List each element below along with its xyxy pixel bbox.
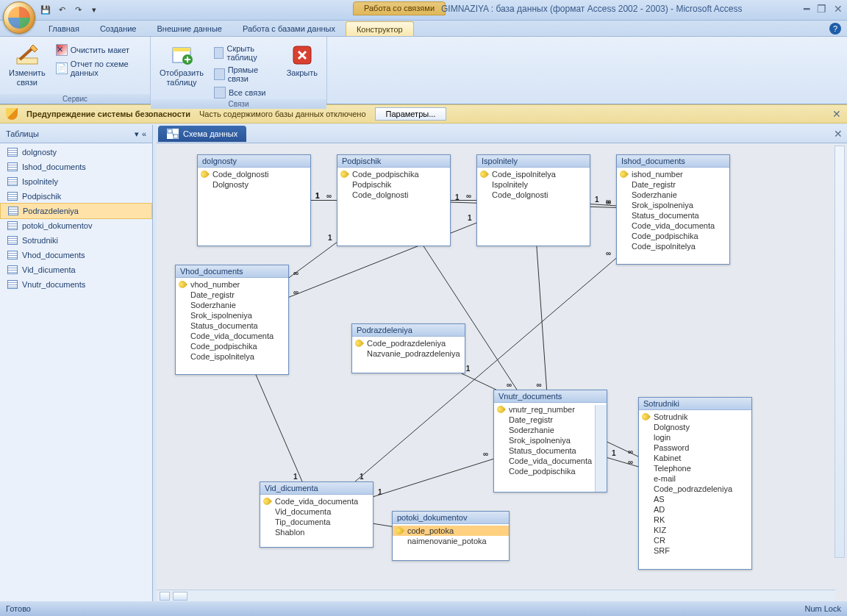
direct-relations-button[interactable]: Прямые связи <box>212 65 278 84</box>
field-Password[interactable]: Password <box>639 443 751 453</box>
hide-table-button[interactable]: Скрыть таблицу <box>212 43 278 62</box>
field-Nazvanie_podrazdeleniya[interactable]: Nazvanie_podrazdeleniya <box>352 348 465 359</box>
table-Ispolnitely[interactable]: IspolnitelyCode_ispolnitelyaIspolnitelyC… <box>476 154 590 246</box>
field-naimenovanie_potoka[interactable]: naimenovanie_potoka <box>393 536 509 546</box>
horizontal-scrollbar[interactable] <box>157 590 835 601</box>
field-Podpischik[interactable]: Podpischik <box>337 179 450 190</box>
field-Code_podpischika[interactable]: Code_podpischika <box>176 341 288 351</box>
nav-item-Vnutr_documents[interactable]: Vnutr_documents <box>0 277 152 292</box>
field-Code_vida_documenta[interactable]: Code_vida_documenta <box>176 331 288 341</box>
restore-button[interactable]: ❐ <box>817 3 826 15</box>
security-close-button[interactable]: ✕ <box>832 108 841 120</box>
tab-schema[interactable]: Схема данных <box>158 126 246 142</box>
table-header[interactable]: Podpischik <box>337 155 450 168</box>
table-Ishod_documents[interactable]: Ishod_documentsishod_numberDate_registrS… <box>616 154 730 265</box>
vertical-scrollbar[interactable] <box>835 146 845 558</box>
field-Dolgnosty[interactable]: Dolgnosty <box>639 422 751 432</box>
minimize-button[interactable]: ━ <box>804 3 810 15</box>
redo-icon[interactable]: ↷ <box>72 4 84 16</box>
nav-header[interactable]: Таблицы ▾« <box>0 125 152 143</box>
field-Date_registr[interactable]: Date_registr <box>176 290 288 300</box>
nav-item-dolgnosty[interactable]: dolgnosty <box>0 145 152 160</box>
nav-item-potoki_dokumentov[interactable]: potoki_dokumentov <box>0 218 152 233</box>
table-Sotrudniki[interactable]: SotrudnikiSotrudnikDolgnostyloginPasswor… <box>638 397 752 570</box>
field-Code_ispolnitelya[interactable]: Code_ispolnitelya <box>617 241 729 251</box>
security-options-button[interactable]: Параметры... <box>375 107 447 121</box>
table-potoki_dokumentov[interactable]: potoki_dokumentovcode_potokanaimenovanie… <box>392 511 510 561</box>
scroll-left-button[interactable] <box>160 592 170 601</box>
ribbon-tab-1[interactable]: Создание <box>90 21 147 36</box>
field-Status_documenta[interactable]: Status_documenta <box>617 210 729 221</box>
relationship-report-button[interactable]: 📄Отчет по схеме данных <box>54 59 146 78</box>
relationships-canvas[interactable]: 1∞1∞1∞1∞1∞1∞1∞1∞1∞1∞1∞1∞1∞ dolgnostyCode… <box>157 143 847 601</box>
field-Srok_ispolneniya[interactable]: Srok_ispolneniya <box>617 200 729 210</box>
field-Dolgnosty[interactable]: Dolgnosty <box>198 179 310 190</box>
field-RK[interactable]: RK <box>639 515 751 525</box>
table-Vid_dicumenta[interactable]: Vid_dicumentaCode_vida_documentaVid_docu… <box>260 481 374 548</box>
field-Tip_documenta[interactable]: Tip_documenta <box>260 517 373 527</box>
tab-close-button[interactable]: ✕ <box>834 128 843 140</box>
nav-item-Sotrudniki[interactable]: Sotrudniki <box>0 233 152 248</box>
field-vhod_number[interactable]: vhod_number <box>176 279 288 290</box>
table-header[interactable]: Ishod_documents <box>617 155 729 168</box>
field-Code_ispolnitelya[interactable]: Code_ispolnitelya <box>176 351 288 362</box>
field-Code_vida_documenta[interactable]: Code_vida_documenta <box>260 496 373 506</box>
ribbon-tab-4[interactable]: Конструктор <box>346 21 414 36</box>
qat-customize-icon[interactable]: ▾ <box>88 4 100 16</box>
help-icon[interactable]: ? <box>829 23 841 35</box>
close-button[interactable]: ✕ <box>834 3 843 15</box>
chevron-down-icon[interactable]: ▾ <box>135 129 139 139</box>
ribbon-tab-3[interactable]: Работа с базами данных <box>232 21 346 36</box>
field-Soderzhanie[interactable]: Soderzhanie <box>176 300 288 310</box>
clear-layout-button[interactable]: ✕Очистить макет <box>54 43 146 57</box>
table-header[interactable]: Ispolnitely <box>477 155 590 168</box>
field-Ispolnitely[interactable]: Ispolnitely <box>477 179 590 190</box>
field-Shablon[interactable]: Shablon <box>260 527 373 537</box>
field-Code_podpischika[interactable]: Code_podpischika <box>494 466 607 476</box>
field-Code_dolgnosti[interactable]: Code_dolgnosti <box>477 190 590 200</box>
close-rel-button[interactable]: Закрыть <box>282 42 322 99</box>
field-Code_podrazdeleniya[interactable]: Code_podrazdeleniya <box>639 484 751 494</box>
field-AS[interactable]: AS <box>639 494 751 504</box>
table-Podpischik[interactable]: PodpischikCode_podpischikaPodpischikCode… <box>337 154 451 246</box>
collapse-icon[interactable]: « <box>142 129 146 139</box>
field-Code_podrazdeleniya[interactable]: Code_podrazdeleniya <box>352 338 465 348</box>
field-Code_dolgnosti[interactable]: Code_dolgnosti <box>198 169 310 179</box>
table-Podrazdeleniya[interactable]: PodrazdeleniyaCode_podrazdeleniyaNazvani… <box>351 323 465 373</box>
field-Date_registr[interactable]: Date_registr <box>617 179 729 190</box>
nav-item-Ispolnitely[interactable]: Ispolnitely <box>0 174 152 189</box>
field-CR[interactable]: CR <box>639 535 751 545</box>
all-relations-button[interactable]: Все связи <box>212 86 278 99</box>
table-dolgnosty[interactable]: dolgnostyCode_dolgnostiDolgnosty <box>197 154 311 246</box>
table-header[interactable]: Vnutr_documents <box>494 390 607 403</box>
field-Code_ispolnitelya[interactable]: Code_ispolnitelya <box>477 169 590 179</box>
nav-item-Vhod_documents[interactable]: Vhod_documents <box>0 248 152 262</box>
field-Srok_ispolneniya[interactable]: Srok_ispolneniya <box>176 310 288 320</box>
table-header[interactable]: potoki_dokumentov <box>393 512 509 524</box>
undo-icon[interactable]: ↶ <box>56 4 68 16</box>
field-Code_vida_documenta[interactable]: Code_vida_documenta <box>494 456 607 466</box>
office-button[interactable] <box>3 1 35 34</box>
ribbon-tab-0[interactable]: Главная <box>38 21 90 36</box>
field-Soderzhanie[interactable]: Soderzhanie <box>494 425 607 435</box>
field-Vid_documenta[interactable]: Vid_documenta <box>260 506 373 517</box>
field-Code_podpischika[interactable]: Code_podpischika <box>337 169 450 179</box>
scroll-view-button[interactable] <box>173 592 187 601</box>
field-Telephone[interactable]: Telephone <box>639 463 751 473</box>
table-header[interactable]: Podrazdeleniya <box>352 324 465 337</box>
field-Srok_ispolneniya[interactable]: Srok_ispolneniya <box>494 435 607 445</box>
field-ishod_number[interactable]: ishod_number <box>617 169 729 179</box>
table-header[interactable]: Sotrudniki <box>639 398 751 410</box>
table-Vnutr_documents[interactable]: Vnutr_documentsvnutr_reg_numberDate_regi… <box>493 390 607 493</box>
field-Soderzhanie[interactable]: Soderzhanie <box>617 190 729 200</box>
nav-item-Podrazdeleniya[interactable]: Podrazdeleniya <box>0 203 152 219</box>
edit-relations-button[interactable]: Изменить связи <box>4 42 50 94</box>
show-table-button[interactable]: Отобразить таблицу <box>155 42 208 99</box>
field-SRF[interactable]: SRF <box>639 545 751 556</box>
field-login[interactable]: login <box>639 432 751 443</box>
field-AD[interactable]: AD <box>639 504 751 515</box>
table-header[interactable]: Vid_dicumenta <box>260 482 373 495</box>
save-icon[interactable]: 💾 <box>40 4 51 16</box>
field-KIZ[interactable]: KIZ <box>639 525 751 535</box>
table-scrollbar[interactable] <box>595 405 607 492</box>
